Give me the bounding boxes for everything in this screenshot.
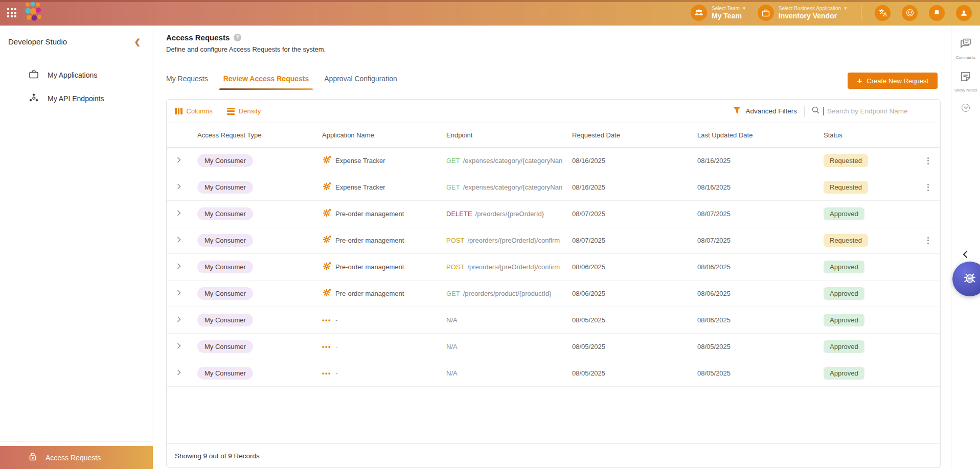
app-name: Pre-order management	[335, 210, 404, 218]
request-type-badge: My Consumer	[197, 234, 253, 247]
business-app-selector-label: Select Business Application	[779, 6, 841, 12]
app-gear-icon	[322, 288, 331, 299]
row-expand-chevron[interactable]	[177, 210, 181, 216]
notifications-bell-icon[interactable]	[929, 5, 945, 21]
tab-approval-configuration[interactable]: Approval Configuration	[324, 75, 397, 90]
comments-button[interactable]: Comments	[956, 38, 976, 60]
header-divider	[861, 5, 861, 20]
updated-date: 08/16/2025	[697, 157, 824, 165]
columns-icon	[175, 108, 183, 114]
account-button[interactable]	[956, 5, 972, 21]
filter-funnel-icon	[733, 107, 741, 115]
endpoint-method: POST	[446, 263, 464, 271]
endpoint-cell: N/A	[446, 369, 572, 377]
plus-icon: +	[857, 77, 862, 85]
app-gear-icon	[322, 235, 331, 246]
table-body: My Consumer Expense Tracker GET /expense…	[167, 148, 940, 443]
app-name: Pre-order management	[335, 290, 404, 297]
tab-review-access-requests[interactable]: Review Access Requests	[223, 75, 309, 90]
column-header: Endpoint	[446, 131, 572, 139]
panel-collapse-chevron[interactable]	[963, 250, 968, 261]
status-badge: Approved	[824, 314, 864, 326]
row-expand-chevron[interactable]	[177, 369, 181, 376]
sticky-notes-label: Sticky Notes	[954, 88, 977, 92]
endpoint-cell: POST /preorders/{preOrderId}/confirm	[446, 237, 572, 244]
requested-date: 08/07/2025	[572, 237, 697, 244]
main-content: Access Requests ? Define and configure A…	[154, 26, 951, 469]
column-header: Access Request Type	[197, 131, 322, 139]
app-name: Expense Tracker	[335, 183, 385, 191]
requested-date: 08/05/2025	[572, 316, 697, 324]
row-menu-button[interactable]	[925, 155, 931, 167]
table-row: My Consumer Pre-order management POST /p…	[167, 254, 940, 280]
table-row: My Consumer Pre-order management POST /p…	[167, 227, 940, 254]
row-expand-chevron[interactable]	[177, 290, 181, 296]
search-box	[812, 106, 932, 116]
endpoint-path: /expenses/category/{categoryNan	[463, 157, 562, 165]
application-cell: Pre-order management	[322, 288, 446, 299]
row-expand-chevron[interactable]	[177, 237, 181, 243]
density-button[interactable]: Density	[227, 107, 261, 115]
request-type-badge: My Consumer	[197, 340, 253, 353]
row-menu-button[interactable]	[925, 182, 931, 193]
endpoint-path: /preorders/product/{productId}	[463, 290, 552, 297]
status-badge: Approved	[824, 287, 864, 300]
app-root: Select Team▼ My Team Select Business App…	[0, 0, 980, 469]
business-app-selector-value: Inventory Vendor	[779, 12, 848, 20]
create-new-request-button[interactable]: + Create New Request	[848, 73, 938, 89]
api-icon	[29, 93, 39, 105]
tab-my-requests[interactable]: My Requests	[166, 75, 208, 90]
application-cell: Expense Tracker	[322, 182, 446, 193]
row-menu-button[interactable]	[925, 235, 931, 246]
language-button[interactable]	[875, 5, 891, 21]
rail-expand-chevron[interactable]	[962, 104, 970, 112]
table-header-row: Access Request Type Application Name End…	[167, 123, 940, 148]
help-icon[interactable]: ?	[234, 34, 241, 41]
row-expand-chevron[interactable]	[177, 183, 181, 190]
row-expand-chevron[interactable]	[177, 316, 181, 322]
updated-date: 08/06/2025	[697, 263, 824, 271]
sidebar-item-my-api-endpoints[interactable]: My API Endpoints	[0, 87, 153, 110]
sticky-notes-button[interactable]: Sticky Notes	[954, 71, 977, 92]
status-badge: Requested	[824, 181, 868, 194]
sidebar-item-my-applications[interactable]: My Applications	[0, 63, 153, 87]
app-gear-icon	[322, 208, 331, 219]
row-expand-chevron[interactable]	[177, 157, 181, 163]
requested-date: 08/06/2025	[572, 263, 697, 271]
team-selector[interactable]: Select Team▼ My Team	[691, 5, 746, 21]
app-loading-dots: •••	[322, 343, 331, 350]
app-name: -	[335, 369, 337, 377]
access-requests-table-card: Columns Density Advanced Filters	[166, 99, 941, 468]
search-input[interactable]	[827, 107, 922, 115]
application-cell: Pre-order management	[322, 208, 446, 219]
updated-date: 08/06/2025	[697, 316, 824, 324]
requested-date: 08/16/2025	[572, 183, 697, 191]
sidebar-item-label: My Applications	[48, 71, 97, 79]
row-expand-chevron[interactable]	[177, 343, 181, 349]
table-row: My Consumer Expense Tracker GET /expense…	[167, 148, 940, 174]
advanced-filters-button[interactable]: Advanced Filters	[733, 107, 797, 115]
business-app-selector[interactable]: Select Business Application▼ Inventory V…	[758, 5, 848, 21]
team-selector-label: Select Team	[712, 6, 740, 12]
columns-label: Columns	[187, 107, 213, 115]
page-title: Access Requests	[166, 33, 230, 42]
endpoint-cell: N/A	[446, 316, 572, 324]
endpoint-path: N/A	[446, 369, 458, 377]
support-button[interactable]	[902, 5, 918, 21]
app-gear-icon	[322, 262, 331, 272]
endpoint-cell: GET /expenses/category/{categoryNan	[446, 183, 572, 191]
application-cell: Pre-order management	[322, 262, 446, 272]
app-launcher-icon[interactable]	[7, 8, 16, 17]
endpoint-method: DELETE	[446, 210, 472, 218]
sidebar-item-access-requests[interactable]: Access Requests	[0, 446, 153, 469]
endpoint-method: GET	[446, 183, 460, 191]
team-selector-value: My Team	[712, 12, 746, 20]
application-cell: Pre-order management	[322, 235, 446, 246]
table-row: My Consumer ••• - N/A 08/05/2025 08/06/2…	[167, 307, 940, 334]
app-gear-icon	[322, 182, 331, 193]
columns-button[interactable]: Columns	[175, 107, 213, 115]
sidebar-collapse-icon[interactable]: ❮	[134, 37, 141, 46]
row-expand-chevron[interactable]	[177, 263, 181, 269]
sidebar-divider	[0, 441, 153, 442]
app-loading-dots: •••	[322, 316, 331, 324]
